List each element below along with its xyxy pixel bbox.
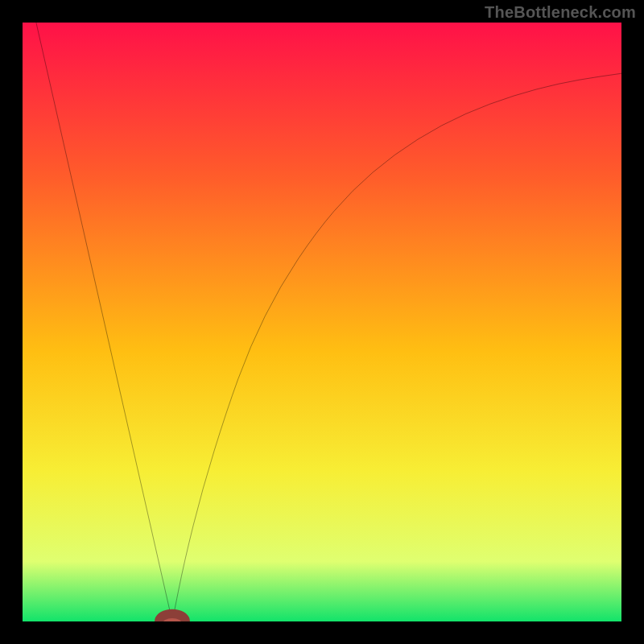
watermark-text: TheBottleneck.com (485, 3, 636, 22)
chart-svg (23, 23, 621, 621)
gradient-background (23, 23, 621, 621)
chart-frame: TheBottleneck.com (0, 0, 644, 644)
minimum-marker (159, 613, 186, 621)
plot-area (23, 23, 621, 621)
